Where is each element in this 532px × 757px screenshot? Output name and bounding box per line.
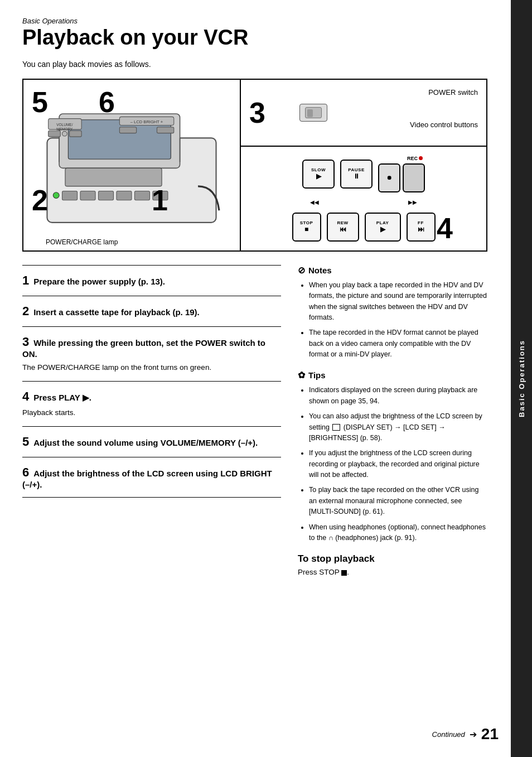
notes-header: ⊘ Notes xyxy=(298,265,487,276)
svg-rect-11 xyxy=(119,127,136,133)
stop-button[interactable]: STOP ■ xyxy=(292,213,321,242)
step-4-title: Press PLAY ▶. xyxy=(33,393,91,402)
main-content: Basic Operations Playback on your VCR Yo… xyxy=(0,0,510,599)
page-title: Playback on your VCR xyxy=(22,26,487,50)
stop-playback-body: Press STOP . xyxy=(298,568,487,576)
vcr-illustration: VOLUME/ MEMORY – LCD BRIGHT + xyxy=(29,85,234,245)
step-2-number: 2 xyxy=(22,304,29,318)
power-charge-label: POWER/CHARGE lamp xyxy=(46,238,118,246)
diagram-right: 3 POWER switch Video cont xyxy=(241,80,486,250)
svg-rect-17 xyxy=(117,191,132,200)
step-3-num: 3 xyxy=(249,96,265,129)
note-item-2: The tape recorded in the HDV format cann… xyxy=(309,327,487,360)
sidebar-text: Basic Operations xyxy=(518,340,526,417)
diagram-top: 3 POWER switch Video cont xyxy=(241,80,486,147)
step-item-4: 4 Press PLAY ▶. Playback starts. xyxy=(22,381,281,426)
rec-button[interactable]: ⏺ xyxy=(378,163,400,192)
notes-section: ⊘ Notes When you play back a tape record… xyxy=(298,265,487,360)
page-footer: Continued ➔ 21 xyxy=(432,725,499,743)
svg-point-22 xyxy=(53,192,59,199)
notes-icon: ⊘ xyxy=(298,265,305,276)
step-6-num: 6 xyxy=(99,85,115,119)
step-item-3: 3 While pressing the green button, set t… xyxy=(22,326,281,381)
power-switch-label: POWER switch xyxy=(428,88,478,97)
step-2-title: Insert a cassette tape for playback (p. … xyxy=(33,307,200,317)
step-5-number: 5 xyxy=(22,435,29,449)
tips-list: Indicators displayed on the screen durin… xyxy=(298,385,487,543)
tip-item-2: You can also adjust the brightness of th… xyxy=(309,411,487,443)
intro-text: You can play back movies as follows. xyxy=(22,60,487,69)
tip-item-3: If you adjust the brightness of the LCD … xyxy=(309,448,487,480)
svg-text:– LCD BRIGHT +: – LCD BRIGHT + xyxy=(130,119,163,124)
continued-arrow: ➔ xyxy=(470,729,477,740)
notes-tips-column: ⊘ Notes When you play back a tape record… xyxy=(298,265,487,577)
step-4-num: 4 xyxy=(437,211,453,245)
tip-item-1: Indicators displayed on the screen durin… xyxy=(309,385,487,407)
step-1-num: 1 xyxy=(152,184,168,217)
svg-point-8 xyxy=(62,131,67,136)
page-number: 21 xyxy=(481,725,499,743)
step-item-5: 5 Adjust the sound volume using VOLUME/M… xyxy=(22,426,281,457)
svg-rect-2 xyxy=(68,120,171,159)
notes-list: When you play back a tape recorded in th… xyxy=(298,280,487,360)
rec-fill-button[interactable] xyxy=(403,163,425,192)
pause-button[interactable]: PAUSE ⏸ xyxy=(340,160,373,189)
diagram-area: 5 6 2 1 VOLUME/ MEMORY xyxy=(22,79,487,252)
step-5-num: 5 xyxy=(32,85,48,119)
svg-rect-13 xyxy=(65,168,162,186)
stop-playback-section: To stop playback Press STOP . xyxy=(298,553,487,576)
step-6-number: 6 xyxy=(22,465,29,479)
svg-text:VOLUME/: VOLUME/ xyxy=(56,122,72,126)
note-item-1: When you play back a tape recorded in th… xyxy=(309,280,487,324)
step-3-number: 3 xyxy=(22,335,29,349)
svg-rect-18 xyxy=(134,191,149,200)
section-label: Basic Operations xyxy=(22,17,487,25)
step-4-body: Playback starts. xyxy=(22,407,281,418)
svg-rect-16 xyxy=(98,191,113,200)
steps-section: 1 Prepare the power supply (p. 13). 2 In… xyxy=(22,265,487,577)
stop-playback-title: To stop playback xyxy=(298,553,487,565)
svg-rect-6 xyxy=(49,131,61,137)
step-item-1: 1 Prepare the power supply (p. 13). xyxy=(22,265,281,296)
step-2-num: 2 xyxy=(32,184,48,217)
step-6-title: Adjust the brightness of the LCD screen … xyxy=(22,469,272,489)
video-control-label: Video control buttons xyxy=(410,120,478,129)
tips-icon: ✿ xyxy=(298,370,305,380)
svg-rect-7 xyxy=(70,131,82,137)
step-item-2: 2 Insert a cassette tape for playback (p… xyxy=(22,296,281,326)
steps-list: 1 Prepare the power supply (p. 13). 2 In… xyxy=(22,265,281,577)
tips-title: Tips xyxy=(308,370,326,380)
svg-rect-14 xyxy=(62,191,78,200)
step-4-number: 4 xyxy=(22,389,29,403)
play-button[interactable]: PLAY ▶ xyxy=(365,213,401,242)
btn-row-top: SLOW ▶ PAUSE ⏸ REC ⏺ xyxy=(302,156,425,192)
tip-item-5: When using headphones (optional), connec… xyxy=(309,522,487,544)
slow-button[interactable]: SLOW ▶ xyxy=(302,160,335,189)
svg-rect-12 xyxy=(157,127,173,133)
stop-square-icon xyxy=(341,570,347,576)
btn-row-bottom: STOP ■ REW ⏮ PLAY ▶ FF ⏭ xyxy=(292,213,436,242)
display-set-icon xyxy=(332,424,340,431)
step-3-title: While pressing the green button, set the… xyxy=(22,338,265,359)
step-1-number: 1 xyxy=(22,273,29,287)
step-item-6: 6 Adjust the brightness of the LCD scree… xyxy=(22,457,281,498)
step-5-title: Adjust the sound volume using VOLUME/MEM… xyxy=(33,438,258,447)
rew-button[interactable]: REW ⏮ xyxy=(327,213,359,242)
ff-button[interactable]: FF ⏭ xyxy=(407,213,436,242)
tips-header: ✿ Tips xyxy=(298,370,487,380)
tip-item-4: To play back the tape recorded on the ot… xyxy=(309,485,487,517)
sidebar-panel: Basic Operations xyxy=(511,0,532,757)
diagram-controls: 4 SLOW ▶ PAUSE ⏸ REC xyxy=(241,147,486,250)
svg-rect-15 xyxy=(80,191,95,200)
diagram-left: 5 6 2 1 VOLUME/ MEMORY xyxy=(23,80,241,250)
notes-title: Notes xyxy=(308,266,332,275)
step-1-title: Prepare the power supply (p. 13). xyxy=(33,277,165,286)
tips-section: ✿ Tips Indicators displayed on the scree… xyxy=(298,370,487,543)
step-3-body: The POWER/CHARGE lamp on the front turns… xyxy=(22,362,281,373)
continued-label: Continued xyxy=(432,730,465,739)
